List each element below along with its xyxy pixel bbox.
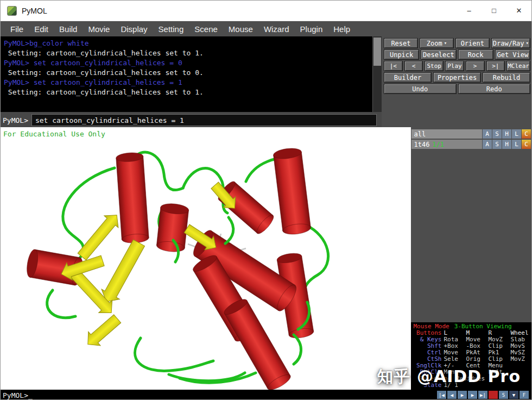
- menu-mouse[interactable]: Mouse: [223, 24, 258, 34]
- control-row-4: Builder Properties Rebuild: [384, 72, 530, 83]
- show-button[interactable]: S: [492, 129, 502, 139]
- last-frame-button[interactable]: ▶|: [478, 391, 487, 399]
- pymol-app-icon: [7, 6, 17, 16]
- show-button[interactable]: S: [492, 140, 502, 149]
- bottom-bar: PyMOL>_ |◀ ◀ ▶ ▶ ▶| S ▼ F: [1, 390, 531, 400]
- next-frame-button[interactable]: ▶: [468, 391, 477, 399]
- get-view-button[interactable]: Get View: [495, 49, 530, 60]
- watermark: 知乎 @AIDD Pro: [377, 366, 521, 388]
- command-input[interactable]: [31, 114, 377, 126]
- title-bar: PyMOL – □ ✕: [1, 1, 531, 21]
- close-button[interactable]: ✕: [506, 1, 531, 21]
- console-line: PyMOL>bg_color white: [4, 39, 378, 48]
- console-scrollbar[interactable]: [372, 36, 382, 112]
- color-button[interactable]: C: [522, 140, 531, 149]
- scrollbar-thumb[interactable]: [373, 38, 381, 66]
- zoom-button[interactable]: Zoom▾: [420, 38, 454, 48]
- caret-down-icon: ▾: [444, 41, 447, 46]
- protein-cartoon: [1, 127, 411, 390]
- frame-controls: |◀ ◀ ▶ ▶ ▶| S ▼ F: [437, 391, 529, 399]
- control-row-1: Reset Zoom▾ Orient Draw/Ray▾: [384, 38, 530, 48]
- action-button[interactable]: A: [483, 129, 492, 139]
- redo-button[interactable]: Redo: [458, 84, 531, 94]
- builder-button[interactable]: Builder: [384, 72, 432, 83]
- menu-setting[interactable]: Setting: [153, 24, 189, 34]
- hide-button[interactable]: H: [502, 140, 511, 149]
- undo-button[interactable]: Undo: [384, 84, 457, 94]
- minimize-button[interactable]: –: [457, 1, 482, 21]
- console-line: Setting: cartoon_cylindrical_helices set…: [4, 88, 378, 97]
- 3d-viewport[interactable]: For Educational Use Only: [1, 127, 411, 390]
- back-button[interactable]: <: [404, 61, 423, 71]
- action-button[interactable]: A: [483, 140, 492, 149]
- object-row-1t46: 1t46 1/1 A S H L C: [411, 140, 531, 149]
- upper-section: PyMOL>bg_color white Setting: cartoon_cy…: [1, 36, 531, 127]
- control-row-3: |< < Stop Play > >| MClear: [384, 61, 530, 71]
- menu-wizard[interactable]: Wizard: [258, 24, 295, 34]
- object-row-all: all A S H L C: [411, 129, 531, 139]
- label-button[interactable]: L: [512, 129, 521, 139]
- main-area: For Educational Use Only all A S H L C 1…: [1, 127, 531, 390]
- object-sidebar: all A S H L C 1t46 1/1 A S H L C M: [411, 127, 531, 390]
- rebuild-button[interactable]: Rebuild: [483, 72, 530, 83]
- console-line: Setting: cartoon_cylindrical_helices set…: [4, 48, 378, 58]
- draw-ray-button[interactable]: Draw/Ray▾: [491, 38, 530, 48]
- dropdown-button[interactable]: ▼: [509, 391, 518, 399]
- window-controls: – □ ✕: [457, 1, 531, 21]
- record-button[interactable]: [489, 391, 498, 399]
- console-line: Setting: cartoon_cylindrical_helices set…: [4, 68, 378, 78]
- menu-scene[interactable]: Scene: [189, 24, 223, 34]
- command-row: PyMOL>: [1, 113, 382, 127]
- object-name[interactable]: all: [411, 129, 482, 139]
- console-log[interactable]: PyMOL>bg_color white Setting: cartoon_cy…: [1, 36, 382, 112]
- fullscreen-button[interactable]: F: [520, 391, 529, 399]
- control-panel: Reset Zoom▾ Orient Draw/Ray▾ Unpick Dese…: [382, 36, 532, 127]
- orient-button[interactable]: Orient: [455, 38, 490, 48]
- menu-file[interactable]: File: [5, 24, 29, 34]
- stop-button[interactable]: Stop: [425, 61, 444, 71]
- forward-button[interactable]: >: [466, 61, 485, 71]
- menu-help[interactable]: Help: [328, 24, 356, 34]
- bottom-prompt: PyMOL>_: [1, 391, 33, 399]
- play-button[interactable]: Play: [445, 61, 464, 71]
- command-prompt: PyMOL>: [1, 116, 31, 124]
- caret-down-icon: ▾: [526, 41, 529, 46]
- properties-button[interactable]: Properties: [433, 72, 481, 83]
- window-title: PyMOL: [22, 7, 47, 15]
- label-button[interactable]: L: [512, 140, 521, 149]
- rock-button[interactable]: Rock: [458, 49, 493, 60]
- play-frame-button[interactable]: ▶: [458, 391, 467, 399]
- scene-button[interactable]: S: [499, 391, 508, 399]
- console-line: PyMOL> set cartoon_cylindrical_helices =…: [4, 58, 378, 68]
- control-row-2: Unpick Deselect Rock Get View: [384, 49, 530, 60]
- object-state: 1/1: [432, 141, 444, 148]
- end-button[interactable]: >|: [486, 61, 505, 71]
- object-name[interactable]: 1t46 1/1: [411, 140, 482, 149]
- deselect-button[interactable]: Deselect: [421, 49, 456, 60]
- first-frame-button[interactable]: |◀: [437, 391, 446, 399]
- menu-plugin[interactable]: Plugin: [295, 24, 328, 34]
- reset-button[interactable]: Reset: [384, 38, 418, 48]
- unpick-button[interactable]: Unpick: [384, 49, 419, 60]
- menu-build[interactable]: Build: [54, 24, 83, 34]
- control-row-5: Undo Redo: [384, 84, 530, 94]
- hide-button[interactable]: H: [502, 129, 511, 139]
- menu-edit[interactable]: Edit: [29, 24, 54, 34]
- menu-movie[interactable]: Movie: [83, 24, 115, 34]
- mclear-button[interactable]: MClear: [506, 61, 530, 71]
- educational-use-notice: For Educational Use Only: [3, 130, 105, 138]
- console-line: PyMOL> set cartoon_cylindrical_helices =…: [4, 78, 378, 88]
- color-button[interactable]: C: [522, 129, 531, 139]
- pymol-window: PyMOL – □ ✕ File Edit Build Movie Displa…: [0, 0, 532, 400]
- maximize-button[interactable]: □: [482, 1, 506, 21]
- menu-display[interactable]: Display: [115, 24, 153, 34]
- rewind-button[interactable]: |<: [384, 61, 403, 71]
- menu-bar: File Edit Build Movie Display Setting Sc…: [1, 21, 531, 36]
- prev-frame-button[interactable]: ◀: [447, 391, 457, 399]
